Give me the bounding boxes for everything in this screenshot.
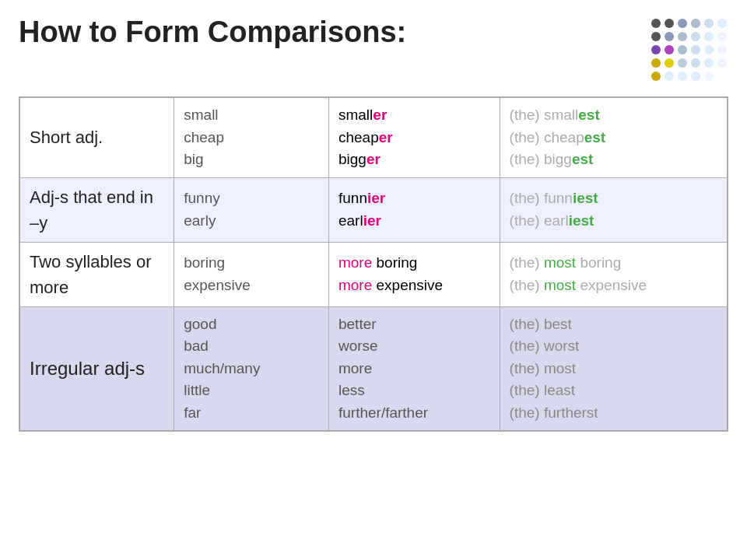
decorative-dot <box>717 58 727 68</box>
decorative-dot <box>651 72 661 81</box>
decorative-dot <box>717 72 727 81</box>
page: How to Form Comparisons: Short adj. smal… <box>0 0 747 560</box>
decorative-dot <box>704 32 714 41</box>
decorative-dot <box>691 58 700 68</box>
category-cell: Short adj. <box>19 97 174 177</box>
decorative-dot <box>704 58 714 68</box>
decorative-dot <box>678 72 687 81</box>
adjectives-cell: good bad much/many little far <box>174 306 329 431</box>
decorative-dot <box>665 19 674 28</box>
decorative-dot <box>678 45 687 54</box>
comparative-cell: more boring more expensive <box>328 242 500 306</box>
category-cell: Irregular adj-s <box>19 306 174 431</box>
decorative-dot <box>691 45 700 54</box>
decorative-dot <box>717 45 727 54</box>
adjectives-cell: boring expensive <box>174 242 329 306</box>
decorative-dot <box>651 58 661 68</box>
comparative-cell: smaller cheaper bigger <box>328 97 500 177</box>
decorative-dot <box>651 45 661 54</box>
adjectives-cell: funny early <box>174 177 329 242</box>
decorative-dot <box>651 19 661 28</box>
decorative-dot <box>678 58 687 68</box>
decorative-dot <box>665 32 674 41</box>
superlative-cell: (the) smallest (the) cheapest (the) bigg… <box>500 97 728 177</box>
adjectives-cell: small cheap big <box>174 97 329 177</box>
comparisons-table: Short adj. small cheap big smaller cheap… <box>19 96 728 432</box>
superlative-cell: (the) best (the) worst (the) most (the) … <box>500 306 728 431</box>
decorative-dot <box>704 72 714 81</box>
table-row: Short adj. small cheap big smaller cheap… <box>19 97 728 177</box>
decorative-dot <box>665 58 674 68</box>
decorative-dot <box>717 32 727 41</box>
decorative-dot <box>678 32 687 41</box>
category-cell: Two syllables or more <box>19 242 174 306</box>
header: How to Form Comparisons: <box>19 16 728 82</box>
decorative-dot <box>717 19 727 28</box>
decorative-dot <box>665 72 674 81</box>
category-cell: Adj-s that end in –y <box>19 177 174 242</box>
table-row: Irregular adj-s good bad much/many littl… <box>19 306 728 431</box>
decorative-dot <box>691 72 700 81</box>
page-title: How to Form Comparisons: <box>19 16 406 49</box>
comparative-cell: better worse more less further/farther <box>328 306 500 431</box>
table-row: Two syllables or more boring expensive m… <box>19 242 728 306</box>
decorative-dot <box>651 32 661 41</box>
decorative-dot <box>691 19 700 28</box>
decorative-dot <box>704 19 714 28</box>
decorative-dot <box>691 32 700 41</box>
decorative-dot <box>665 45 674 54</box>
superlative-cell: (the) most boring (the) most expensive <box>500 242 728 306</box>
decorative-dot <box>704 45 714 54</box>
table-row: Adj-s that end in –y funny early funnier… <box>19 177 728 242</box>
superlative-cell: (the) funniest (the) earliest <box>500 177 728 242</box>
comparative-cell: funnier earlier <box>328 177 500 242</box>
decorative-dot <box>678 19 687 28</box>
decorative-dots <box>651 19 728 82</box>
